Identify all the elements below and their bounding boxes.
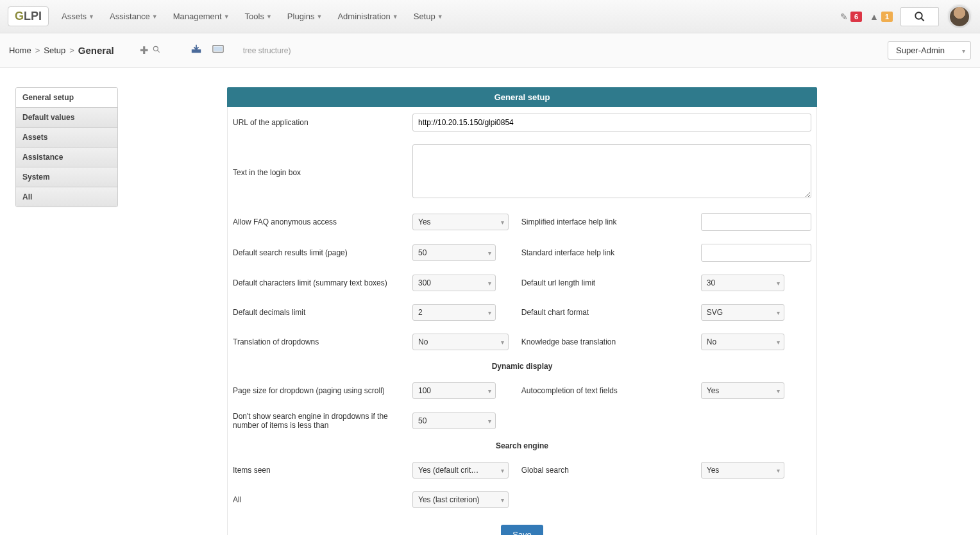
tab-system[interactable]: System <box>16 167 117 187</box>
breadcrumb-sep: > <box>35 46 40 55</box>
global-search-select[interactable]: Yes <box>701 462 784 479</box>
tickets-count-badge: 6 <box>850 12 862 22</box>
std-help-label: Standard interface help link <box>516 237 696 268</box>
chevron-down-icon: ▼ <box>437 13 443 20</box>
simple-help-input[interactable] <box>701 213 811 231</box>
faq-label: Allow FAQ anonymous access <box>228 207 407 237</box>
all-label: All <box>228 485 407 514</box>
std-help-input[interactable] <box>701 244 811 262</box>
trans-dd-select[interactable]: No <box>412 334 509 350</box>
breadcrumb-sep: > <box>69 46 74 55</box>
nav-administration[interactable]: Administration▼ <box>337 12 398 21</box>
page-size-select[interactable]: 100 <box>412 382 496 399</box>
url-len-label: Default url length limit <box>516 268 696 298</box>
decimals-select[interactable]: 2 <box>412 304 496 321</box>
svg-line-1 <box>921 18 924 21</box>
items-seen-select[interactable]: Yes (default crit… <box>412 462 509 479</box>
top-nav: GLPI Assets▼ Assistance▼ Management▼ Too… <box>0 0 980 33</box>
global-search-label: Global search <box>516 455 696 485</box>
no-search-select[interactable]: 50 <box>412 412 496 429</box>
chevron-down-icon: ▼ <box>393 13 398 20</box>
tab-assets[interactable]: Assets <box>16 128 117 148</box>
nav-items: Assets▼ Assistance▼ Management▼ Tools▼ P… <box>62 12 840 21</box>
nav-assets[interactable]: Assets▼ <box>62 12 94 21</box>
profile-selector[interactable]: Super-Admin <box>888 41 971 60</box>
main-content: General setup Default values Assets Assi… <box>0 68 980 535</box>
svg-line-3 <box>157 50 160 53</box>
url-len-select[interactable]: 30 <box>701 275 784 291</box>
search-limit-select[interactable]: 50 <box>412 244 496 261</box>
chevron-down-icon: ▼ <box>266 13 272 20</box>
chevron-down-icon: ▼ <box>152 13 158 20</box>
tree-structure-text: tree structure) <box>243 46 291 55</box>
autocomp-label: Autocompletion of text fields <box>516 376 696 405</box>
nav-setup[interactable]: Setup▼ <box>414 12 443 21</box>
tab-assistance[interactable]: Assistance <box>16 148 117 167</box>
nav-plugins[interactable]: Plugins▼ <box>287 12 323 21</box>
sidebar-tabs: General setup Default values Assets Assi… <box>15 87 118 207</box>
warning-icon: ▲ <box>870 12 879 22</box>
kb-trans-select[interactable]: No <box>701 334 784 350</box>
kb-trans-label: Knowledge base translation <box>516 327 696 357</box>
login-text-label: Text in the login box <box>228 138 407 207</box>
url-label: URL of the application <box>228 107 407 138</box>
tab-all[interactable]: All <box>16 187 117 207</box>
chevron-down-icon: ▼ <box>89 13 94 20</box>
settings-form: URL of the application Text in the login… <box>228 107 816 535</box>
chart-fmt-select[interactable]: SVG <box>701 304 784 321</box>
decimals-label: Default decimals limit <box>228 298 407 327</box>
search-limit-label: Default search results limit (page) <box>228 237 407 268</box>
no-search-label: Don't show search engine in dropdowns if… <box>228 405 407 436</box>
settings-panel: General setup URL of the application Tex… <box>227 87 817 535</box>
section-search-engine: Search engine <box>228 436 816 455</box>
items-seen-label: Items seen <box>228 455 407 485</box>
chevron-down-icon: ▼ <box>224 13 230 20</box>
breadcrumb-setup[interactable]: Setup <box>44 46 65 55</box>
tickets-badge-group[interactable]: ✎ 6 <box>840 12 862 22</box>
chevron-down-icon: ▼ <box>317 13 323 20</box>
profile-select-value[interactable]: Super-Admin <box>888 41 971 60</box>
section-dynamic-display: Dynamic display <box>228 357 816 376</box>
chart-fmt-label: Default chart format <box>516 298 696 327</box>
breadcrumb-bar: Home > Setup > General ✚ tree structure)… <box>0 33 980 68</box>
ticket-icon: ✎ <box>840 12 848 22</box>
search-small-icon[interactable] <box>152 45 161 56</box>
char-limit-select[interactable]: 300 <box>412 275 496 291</box>
breadcrumb-home[interactable]: Home <box>9 46 31 55</box>
all-select[interactable]: Yes (last criterion) <box>412 491 509 508</box>
tab-default-values[interactable]: Default values <box>16 108 117 128</box>
faq-select[interactable]: Yes <box>412 214 509 230</box>
panel-title: General setup <box>227 87 817 107</box>
char-limit-label: Default characters limit (summary text b… <box>228 268 407 298</box>
warnings-count-badge: 1 <box>881 12 893 22</box>
svg-rect-6 <box>214 46 222 51</box>
tab-general-setup[interactable]: General setup <box>16 88 117 108</box>
top-right: ✎ 6 ▲ 1 <box>840 4 972 30</box>
nav-assistance[interactable]: Assistance▼ <box>110 12 158 21</box>
nav-tools[interactable]: Tools▼ <box>245 12 272 21</box>
add-icon[interactable]: ✚ <box>140 44 148 56</box>
svg-point-0 <box>915 12 922 19</box>
page-size-label: Page size for dropdown (paging using scr… <box>228 376 407 405</box>
simple-help-label: Simplified interface help link <box>516 207 696 237</box>
warnings-badge-group[interactable]: ▲ 1 <box>870 12 893 22</box>
user-avatar[interactable] <box>947 4 972 30</box>
trans-dd-label: Translation of dropdowns <box>228 327 407 357</box>
nav-management[interactable]: Management▼ <box>173 12 230 21</box>
import-icon[interactable] <box>190 44 202 57</box>
breadcrumb-actions: ✚ <box>140 44 224 57</box>
display-icon[interactable] <box>212 44 224 57</box>
save-button[interactable]: Save <box>501 525 543 535</box>
search-icon <box>914 11 925 22</box>
global-search-button[interactable] <box>900 7 939 26</box>
breadcrumb-current: General <box>78 45 114 56</box>
breadcrumb: Home > Setup > General <box>9 45 114 56</box>
logo[interactable]: GLPI <box>8 6 49 26</box>
url-input[interactable] <box>412 114 811 132</box>
login-text-input[interactable] <box>412 144 811 198</box>
autocomp-select[interactable]: Yes <box>701 382 784 399</box>
